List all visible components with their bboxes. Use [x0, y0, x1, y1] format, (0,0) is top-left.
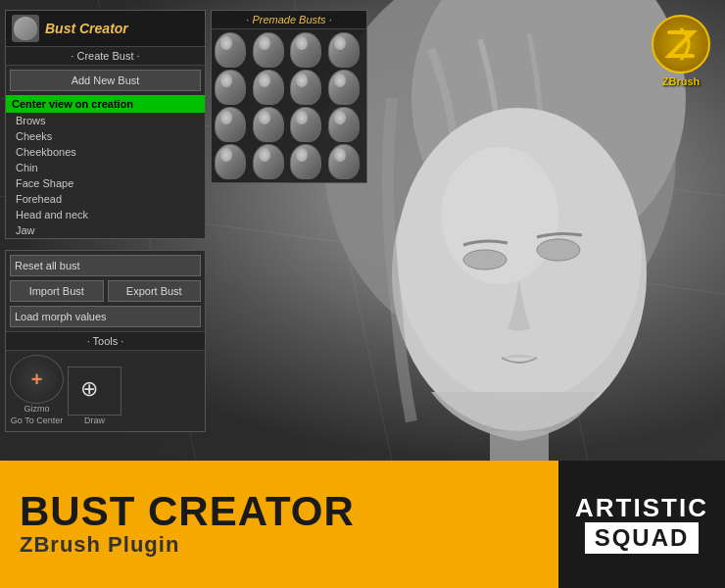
menu-items-list: Brows Cheeks Cheekbones Chin Face Shape …	[6, 113, 205, 238]
bust-thumb-1[interactable]	[215, 32, 246, 68]
banner-logo-section: ARTISTIC SQUAD	[558, 461, 725, 588]
zbrush-label: ZBrush	[652, 75, 710, 87]
menu-item-cheeks[interactable]: Cheeks	[6, 128, 205, 144]
zbrush-logo: ZBrush	[652, 15, 710, 87]
tools-header: · Tools ·	[6, 331, 205, 351]
bust-thumb-6[interactable]	[253, 70, 284, 105]
gizmo-label: Gizmo	[24, 404, 49, 416]
bust-thumb-15[interactable]	[290, 144, 321, 179]
panel-title: Bust Creator	[45, 21, 128, 36]
busts-grid	[212, 29, 366, 182]
menu-item-brows[interactable]: Brows	[6, 113, 205, 128]
panel-header: Bust Creator	[6, 11, 205, 46]
menu-item-head-neck[interactable]: Head and neck	[6, 207, 205, 222]
menu-item-forehead[interactable]: Forehead	[6, 191, 205, 207]
create-bust-header: · Create Bust ·	[6, 46, 205, 66]
banner-text-section: BUST CREATOR ZBrush Plugin	[0, 481, 558, 567]
gizmo-widget-col: Gizmo Go To Center	[10, 355, 64, 427]
bust-thumb-2[interactable]	[253, 32, 284, 68]
bust-thumb-14[interactable]	[253, 144, 284, 179]
draw-widget[interactable]	[68, 367, 121, 416]
banner-subtitle: ZBrush Plugin	[20, 532, 539, 558]
go-to-center-label: Go To Center	[11, 416, 63, 427]
bust-thumb-8[interactable]	[328, 70, 360, 105]
load-morph-button[interactable]: Load morph values	[10, 306, 201, 327]
bust-thumb-10[interactable]	[253, 107, 284, 142]
bust-thumb-16[interactable]	[328, 144, 360, 179]
tools-row: Gizmo Go To Center Draw	[6, 351, 205, 431]
svg-rect-14	[490, 431, 549, 461]
bust-thumb-7[interactable]	[290, 70, 321, 105]
menu-item-cheekbones[interactable]: Cheekbones	[6, 144, 205, 160]
bust-thumb-5[interactable]	[215, 70, 246, 105]
squad-text: SQUAD	[595, 524, 690, 552]
import-export-row: Import Bust Export Bust	[6, 280, 205, 306]
bottom-plugin-panel: Reset all bust Import Bust Export Bust L…	[5, 250, 206, 432]
banner-title: BUST CREATOR	[20, 491, 539, 532]
plugin-icon	[12, 15, 39, 42]
zbrush-logo-circle	[652, 15, 710, 74]
reset-all-bust-button[interactable]: Reset all bust	[10, 255, 201, 276]
premade-busts-panel: · Premade Busts ·	[211, 10, 367, 183]
premade-busts-header: · Premade Busts ·	[212, 11, 366, 29]
center-view-button[interactable]: Center view on creation	[6, 95, 205, 113]
bust-thumb-3[interactable]	[290, 32, 321, 68]
bust-thumb-11[interactable]	[290, 107, 321, 142]
plugin-panel: Bust Creator · Create Bust · Add New Bus…	[5, 10, 206, 239]
bust-thumb-12[interactable]	[328, 107, 360, 142]
menu-item-chin[interactable]: Chin	[6, 160, 205, 175]
draw-widget-col: Draw	[68, 367, 121, 427]
main-container: ZBrush Bust Creator · Create Bust · Add …	[0, 0, 725, 588]
bust-thumb-13[interactable]	[215, 144, 246, 179]
artistic-text: ARTISTIC	[575, 495, 708, 520]
menu-item-face-shape[interactable]: Face Shape	[6, 175, 205, 191]
export-bust-button[interactable]: Export Bust	[108, 280, 202, 302]
bust-thumb-9[interactable]	[215, 107, 246, 142]
add-new-bust-button[interactable]: Add New Bust	[10, 70, 201, 91]
svg-point-13	[537, 239, 580, 261]
draw-label: Draw	[84, 416, 105, 427]
squad-container: SQUAD	[585, 522, 700, 554]
import-bust-button[interactable]: Import Bust	[10, 280, 104, 302]
svg-point-12	[463, 250, 507, 270]
gizmo-widget[interactable]	[10, 355, 64, 404]
menu-item-jaw[interactable]: Jaw	[6, 222, 205, 238]
bust-thumb-4[interactable]	[328, 32, 360, 68]
draw-crosshair-icon	[80, 376, 110, 406]
bottom-banner: BUST CREATOR ZBrush Plugin ARTISTIC SQUA…	[0, 461, 725, 588]
